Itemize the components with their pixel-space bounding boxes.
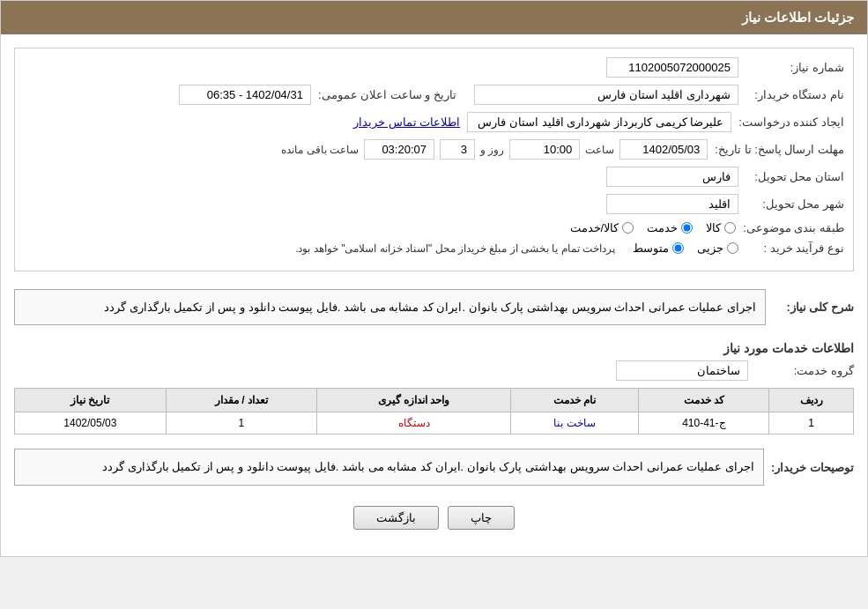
mohlat-rooz-label: روز و: [480, 144, 504, 156]
col-kod: کد خدمت: [639, 389, 769, 412]
col-vahed: واحد اندازه گیری: [317, 389, 511, 412]
col-tarikh: تاریخ نیاز: [15, 389, 167, 412]
grohe-label: گروه خدمت:: [748, 364, 854, 377]
cell-nam: ساخت بنا: [510, 412, 639, 434]
shahr-label: شهر محل تحویل:: [738, 197, 844, 211]
farayand-note: پرداخت تمام یا بخشی از مبلغ خریداز محل "…: [295, 242, 615, 255]
tamas-link[interactable]: اطلاعات تماس خریدار: [353, 115, 460, 129]
radio-kala-khadamat-input[interactable]: [622, 222, 634, 234]
row-now-farayand: نوع فرآیند خرید : متوسط جزیی پرداخت تمام…: [24, 241, 844, 255]
services-table: ردیف کد خدمت نام خدمت واحد اندازه گیری ت…: [14, 388, 854, 434]
cell-vahed: دستگاه: [317, 412, 511, 434]
main-info-section: شماره نیاز: 1102005072000025 نام دستگاه …: [14, 48, 854, 271]
sharh-value: اجرای عملیات عمرانی احداث سرویس بهداشتی …: [14, 289, 766, 325]
col-radif: ردیف: [769, 389, 854, 412]
farayand-radio-group: متوسط جزیی: [633, 241, 738, 255]
table-row: 1 ج-41-410 ساخت بنا دستگاه 1 1402/05/03: [15, 412, 854, 434]
chap-button[interactable]: چاپ: [448, 506, 515, 530]
ostan-label: استان محل تحویل:: [738, 170, 844, 183]
row-grohe: گروه خدمت: ساختمان: [14, 360, 854, 381]
radio-khadamat-label: خدمت: [647, 221, 678, 234]
cell-tarikh: 1402/05/03: [15, 412, 167, 434]
cell-kod: ج-41-410: [639, 412, 769, 434]
tosifat-value: اجرای عملیات عمرانی احداث سرویس بهداشتی …: [14, 449, 764, 485]
shomare-niaz-label: شماره نیاز:: [738, 61, 844, 74]
row-nam-tarikh: نام دستگاه خریدار: شهرداری اقلید استان ف…: [24, 85, 844, 105]
mohlat-saat-value: 10:00: [509, 139, 580, 160]
col-nam: نام خدمت: [510, 389, 639, 412]
ostan-value: فارس: [606, 167, 738, 187]
radio-kala-khadamat[interactable]: کالا/خدمت: [570, 221, 634, 234]
mohlat-saat-label: ساعت: [585, 144, 614, 156]
nam-dastgah-value: شهرداری اقلید استان فارس: [474, 85, 738, 105]
cell-tedad: 1: [166, 412, 317, 434]
shahr-value: اقلید: [606, 194, 738, 214]
tarikh-value: 1402/04/31 - 06:35: [179, 85, 311, 105]
nam-dastgah-label: نام دستگاه خریدار:: [738, 88, 844, 101]
tosifat-label: توصیحات خریدار:: [764, 461, 854, 474]
radio-kala-input[interactable]: [724, 222, 736, 234]
khadamat-title: اطلاعات خدمات مورد نیاز: [14, 341, 854, 355]
row-ijad: ایجاد کننده درخواست: علیرضا کریمی کاربرد…: [24, 112, 844, 132]
mohlat-date: 1402/05/03: [619, 139, 708, 160]
radio-khadamat[interactable]: خدمت: [647, 221, 693, 234]
button-group: چاپ بازگشت: [14, 506, 854, 530]
page-title: جزئیات اطلاعات نیاز: [742, 10, 854, 25]
radio-kala-khadamat-label: کالا/خدمت: [570, 221, 619, 234]
row-mohlat: مهلت ارسال پاسخ: تا تاریخ: 1402/05/03 سا…: [24, 139, 844, 160]
tarikh-label: تاریخ و ساعت اعلان عمومی:: [311, 88, 456, 101]
grohe-value: ساختمان: [616, 360, 748, 381]
now-farayand-label: نوع فرآیند خرید :: [738, 241, 844, 255]
col-tedad: تعداد / مقدار: [166, 389, 317, 412]
radio-khadamat-input[interactable]: [681, 222, 693, 234]
radio-motavaset[interactable]: متوسط: [633, 241, 684, 255]
radio-kala-label: کالا: [706, 221, 721, 234]
mohlat-mande-label: ساعت باقی مانده: [281, 144, 359, 156]
mohlat-rooz-value: 3: [440, 139, 475, 160]
mohlat-mande-value: 03:20:07: [364, 139, 434, 160]
row-shomare: شماره نیاز: 1102005072000025: [24, 57, 844, 78]
page-wrapper: جزئیات اطلاعات نیاز شماره نیاز: 11020050…: [0, 0, 868, 557]
ijad-value: علیرضا کریمی کاربرداز شهرداری اقلید استا…: [467, 112, 731, 132]
row-shahr: شهر محل تحویل: اقلید: [24, 194, 844, 214]
tabaqe-radio-group: کالا/خدمت خدمت کالا: [570, 221, 737, 234]
cell-radif: 1: [769, 412, 854, 434]
radio-motavaset-label: متوسط: [633, 241, 669, 255]
row-ostan: استان محل تحویل: فارس: [24, 167, 844, 187]
row-sharh: شرح کلی نیاز: اجرای عملیات عمرانی احداث …: [14, 282, 854, 332]
content-area: شماره نیاز: 1102005072000025 نام دستگاه …: [1, 34, 867, 556]
radio-motavaset-input[interactable]: [672, 242, 684, 254]
ijad-label: ایجاد کننده درخواست:: [731, 115, 844, 129]
radio-jazii-input[interactable]: [727, 242, 738, 254]
tabaqe-label: طبقه بندی موضوعی:: [736, 221, 844, 234]
radio-jazii[interactable]: جزیی: [697, 241, 738, 255]
mohlat-label: مهلت ارسال پاسخ: تا تاریخ:: [708, 143, 844, 156]
row-tabaqe: طبقه بندی موضوعی: کالا/خدمت خدمت کالا: [24, 221, 844, 234]
page-header: جزئیات اطلاعات نیاز: [1, 1, 867, 34]
radio-jazii-label: جزیی: [697, 241, 723, 255]
shomare-niaz-value: 1102005072000025: [606, 57, 738, 78]
bazgasht-button[interactable]: بازگشت: [353, 506, 439, 530]
radio-kala[interactable]: کالا: [706, 221, 736, 234]
row-tosifat: توصیحات خریدار: اجرای عملیات عمرانی احدا…: [14, 442, 854, 492]
sharh-label: شرح کلی نیاز:: [766, 301, 854, 314]
